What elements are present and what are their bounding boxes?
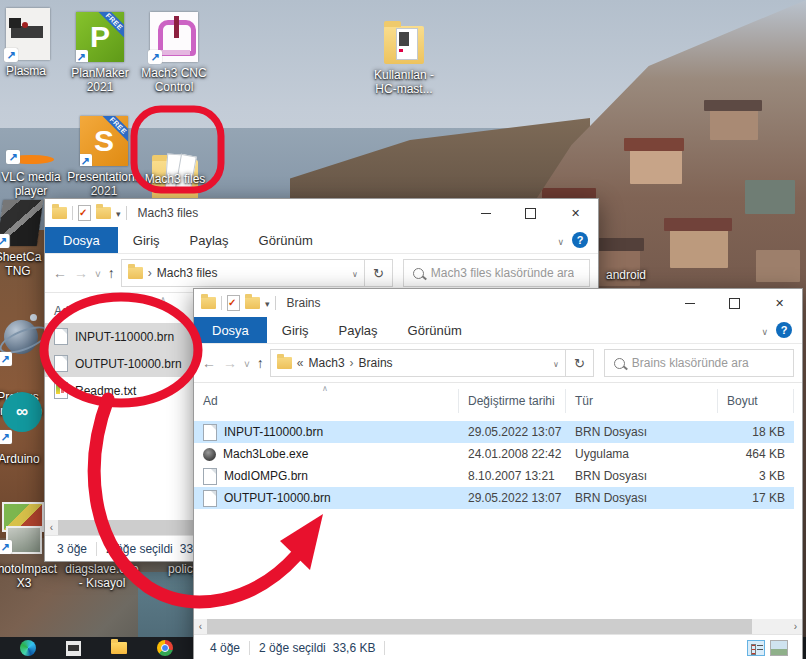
address-dropdown-chevron-icon[interactable] [553,356,559,370]
file-row[interactable]: Mach3Lobe.exe 24.01.2008 22:42 Uygulama … [194,443,794,465]
refresh-icon[interactable] [365,259,393,287]
ribbon-expand-chevron-icon[interactable] [557,231,564,249]
window1-titlebar[interactable]: Mach3 files [45,199,598,227]
desktop-icon-mach3-cnc[interactable] [150,12,198,62]
desktop-icon-label[interactable]: Arduino [0,452,50,466]
desktop-icon-presentations[interactable]: S FREE [80,116,128,166]
scroll-left-icon[interactable]: ‹ [194,619,207,634]
sort-ascending-icon[interactable] [160,295,166,304]
file-explorer-taskbar-icon[interactable] [111,642,127,654]
edge-taskbar-icon[interactable] [20,640,36,656]
scroll-right-icon[interactable]: › [789,619,802,634]
desktop-icon-kullanilan-folder[interactable] [384,26,424,64]
tab-giris[interactable]: Giriş [267,317,324,343]
up-icon[interactable] [108,265,115,281]
qat-customize-chevron-icon[interactable] [116,207,121,219]
up-icon[interactable] [257,355,264,371]
tab-dosya[interactable]: Dosya [45,227,118,253]
window1-address-bar[interactable]: Mach3 files [121,259,365,287]
desktop-icon-photoimpact[interactable] [0,500,42,558]
desktop-icon-planmaker[interactable]: P FREE [76,12,124,62]
maximize-button[interactable] [508,199,553,227]
desktop-screen: Plasma P FREE PlanMaker 2021 Mach3 CNC C… [0,0,806,659]
scroll-left-icon[interactable]: ‹ [45,520,58,535]
window2-search-input[interactable]: Brains klasöründe ara [604,349,794,377]
desktop-icon-label[interactable]: VLC media player [0,170,70,199]
tab-giris[interactable]: Giriş [118,227,175,253]
folder-icon [52,207,67,219]
tab-gorunum[interactable]: Görünüm [244,227,328,253]
desktop-icon-label[interactable]: diagslave.exe - Kısayol [62,562,142,591]
tab-dosya[interactable]: Dosya [194,317,267,343]
window1-search-input[interactable]: Mach3 files klasöründe ara [403,259,590,287]
help-icon[interactable]: ? [572,232,588,248]
column-header-date[interactable]: Değiştirme tarihi [459,389,566,413]
close-button[interactable] [757,289,802,317]
desktop-icon-label[interactable]: Presentations 2021 [62,170,146,199]
desktop-icon-label[interactable]: Mach3 CNC Control [138,66,210,95]
maximize-button[interactable] [712,289,757,317]
recent-locations-chevron-icon[interactable] [244,355,250,371]
tab-paylas[interactable]: Paylaş [175,227,244,253]
file-row[interactable]: INPUT-110000.brn 29.05.2022 13:07 BRN Do… [194,421,794,443]
desktop-icon-plasma[interactable] [6,8,50,60]
help-icon[interactable]: ? [776,322,792,338]
minimize-button[interactable] [667,289,712,317]
properties-checkmark-icon[interactable] [78,205,91,221]
ribbon-right-controls: ? [557,227,598,253]
exe-file-icon [203,448,216,461]
back-icon[interactable] [53,265,67,281]
desktop-icon-vlc[interactable] [8,108,54,166]
desktop-icon-label[interactable]: Plasma [0,64,58,78]
minimize-button[interactable] [463,199,508,227]
new-folder-icon[interactable] [245,297,260,309]
forward-icon[interactable] [74,265,88,281]
column-header-type[interactable]: Tür [566,389,718,413]
desktop-icon-label[interactable]: SheetCa TNG [0,250,50,279]
window2-horizontal-scrollbar[interactable]: ‹ › [194,619,802,634]
scrollbar-thumb[interactable] [207,619,752,634]
recent-locations-chevron-icon[interactable] [95,265,101,281]
file-row[interactable]: ModIOMPG.brn 8.10.2007 13:21 BRN Dosyası… [194,465,794,487]
window2-titlebar[interactable]: Brains [194,289,802,317]
file-row[interactable]: OUTPUT-10000.brn 29.05.2022 13:07 BRN Do… [194,487,794,509]
refresh-icon[interactable] [566,349,594,377]
mach3-base-icon [158,50,190,55]
tab-gorunum[interactable]: Görünüm [393,317,477,343]
new-folder-icon[interactable] [96,207,111,219]
search-icon [614,358,625,369]
selection-count: 2 öğe seçildi [106,542,173,556]
brn-file-icon [54,328,68,345]
desktop-icon-proteus[interactable] [0,312,42,382]
large-icons-view-icon[interactable] [770,640,788,656]
ribbon-expand-chevron-icon[interactable] [761,321,768,339]
breadcrumb-brains[interactable]: Brains [359,356,393,370]
desktop-icon-label[interactable]: Mach3 files [140,172,210,186]
chrome-taskbar-icon[interactable] [157,640,173,656]
address-dropdown-chevron-icon[interactable] [352,266,358,280]
tab-paylas[interactable]: Paylaş [324,317,393,343]
desktop-icon-label[interactable]: Kullanılan - HC-mast... [364,68,444,97]
breadcrumb-mach3[interactable]: Mach3 [309,356,345,370]
sort-ascending-icon[interactable] [322,384,328,393]
arduino-logo-icon: ∞ [2,392,42,432]
back-icon[interactable] [202,355,216,371]
desktop-icon-label[interactable]: photoImpact X3 [0,562,60,591]
properties-checkmark-icon[interactable] [227,295,240,311]
column-header-size[interactable]: Boyut [718,389,794,413]
qat-customize-chevron-icon[interactable] [265,297,270,309]
brn-file-icon [203,490,217,507]
breadcrumb-collapse-icon[interactable]: « [297,356,304,370]
close-button[interactable] [553,199,598,227]
file-size: 3 KB [718,465,794,487]
forward-icon[interactable] [223,355,237,371]
desktop-icon-arduino[interactable]: ∞ [0,392,42,450]
plasma-taskbar-icon[interactable] [66,641,81,656]
desktop-icon-label[interactable]: PlanMaker 2021 [62,66,138,95]
separator [249,641,250,655]
explorer-window-brains: Brains Dosya Giriş Paylaş Görünüm ? [193,288,803,659]
breadcrumb[interactable]: Mach3 files [157,266,218,280]
details-view-icon[interactable] [747,640,765,656]
window2-address-bar[interactable]: « Mach3 Brains [270,349,566,377]
desktop-icon-sheetcam[interactable] [0,200,43,246]
